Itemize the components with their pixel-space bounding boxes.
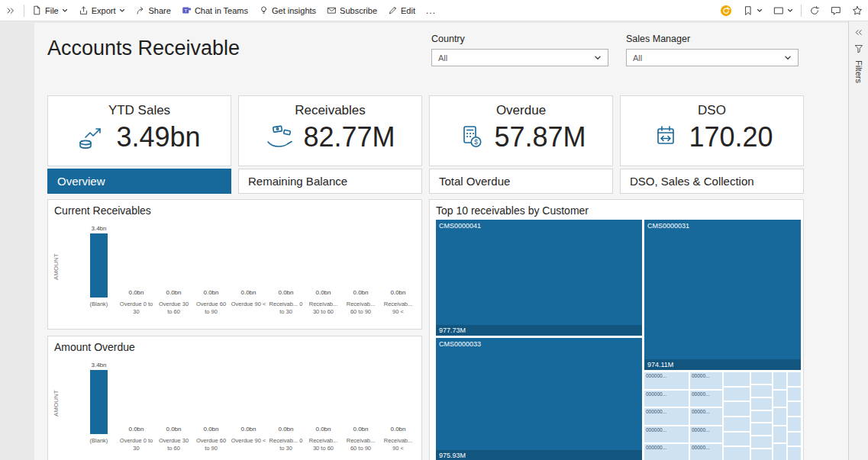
more-options-button[interactable]: ...: [421, 0, 441, 21]
treemap-block[interactable]: CMS0000031 974.11M: [644, 220, 801, 370]
treemap-cell[interactable]: [788, 417, 801, 431]
bar[interactable]: [90, 233, 108, 298]
kpi-value: 57.87M: [494, 121, 586, 153]
bar-group[interactable]: 3.4bn: [80, 221, 118, 298]
tab-overview[interactable]: Overview: [47, 169, 231, 194]
bar-group[interactable]: 0.0bn: [342, 221, 379, 298]
current-receivables-chart[interactable]: Current Receivables AMOUNT 3.4bn0.0bn0.0…: [47, 199, 422, 330]
treemap-cell[interactable]: [788, 372, 801, 386]
page-title: Accounts Receivable: [47, 37, 240, 60]
bar-group[interactable]: 0.0bn: [118, 358, 155, 434]
bar-group[interactable]: 0.0bn: [379, 221, 417, 298]
treemap-cell[interactable]: [724, 388, 750, 401]
treemap-area: CMS0000041 977.73M CMS0000031 974.11M CM…: [436, 220, 801, 460]
treemap-cell[interactable]: [773, 444, 786, 460]
kpi-card-ytd-sales[interactable]: YTD Sales 3.49bn: [47, 95, 231, 166]
amount-overdue-chart[interactable]: Amount Overdue AMOUNT 3.4bn0.0bn0.0bn0.0…: [47, 336, 422, 460]
toolbar-divider: [801, 5, 802, 17]
subscribe-button[interactable]: Subscribe: [321, 0, 382, 21]
treemap-cell[interactable]: [751, 449, 772, 460]
bar-group[interactable]: 0.0bn: [230, 221, 267, 298]
chat-in-teams-button[interactable]: T Chat in Teams: [176, 0, 253, 21]
star-icon: [852, 5, 863, 16]
favorite-button[interactable]: [847, 0, 868, 21]
treemap-cell[interactable]: [788, 402, 801, 416]
bar-group[interactable]: 0.0bn: [192, 358, 230, 434]
treemap-cell[interactable]: [751, 436, 772, 448]
bar-group[interactable]: 0.0bn: [267, 358, 305, 434]
bar-group[interactable]: 0.0bn: [192, 221, 230, 298]
treemap-cell[interactable]: [773, 372, 786, 389]
get-insights-button[interactable]: Get insights: [253, 0, 321, 21]
funnel-icon[interactable]: [854, 44, 863, 53]
bar-group[interactable]: 0.0bn: [267, 221, 305, 298]
treemap-cell[interactable]: 000000...: [644, 426, 689, 443]
treemap-cell[interactable]: [773, 426, 786, 443]
bar[interactable]: [90, 370, 108, 434]
tab-dso-sales-collection[interactable]: DSO, Sales & Collection: [620, 169, 804, 194]
treemap-cell[interactable]: 000000...: [644, 391, 689, 407]
updates-badge-button[interactable]: [715, 0, 737, 21]
bar-category-label: Overdue 90 <: [230, 301, 267, 320]
x-axis-labels: (Blank)Overdue 0 to 30Overdue 30 to 60Ov…: [80, 437, 417, 457]
treemap-cell[interactable]: 00000...: [690, 391, 722, 407]
country-dropdown[interactable]: All: [431, 49, 608, 66]
view-button[interactable]: [768, 0, 799, 21]
treemap-cell[interactable]: 00000...: [690, 408, 722, 425]
treemap-cell[interactable]: [751, 372, 772, 384]
bar-group[interactable]: 0.0bn: [155, 358, 192, 434]
chevron-down-icon: [757, 8, 763, 14]
bar-group[interactable]: 3.4bn: [80, 358, 118, 434]
share-button[interactable]: Share: [131, 0, 176, 21]
treemap-cell[interactable]: 00000...: [690, 372, 722, 389]
bar-group[interactable]: 0.0bn: [305, 358, 342, 434]
treemap-cell[interactable]: 00000...: [690, 444, 722, 460]
treemap-cell[interactable]: [788, 388, 801, 401]
kpi-card-overdue[interactable]: Overdue $ 57.87M: [429, 95, 613, 166]
treemap-cell[interactable]: [724, 402, 750, 416]
treemap-cell[interactable]: 000000...: [644, 408, 689, 425]
sales-manager-dropdown[interactable]: All: [626, 49, 799, 66]
edit-button[interactable]: Edit: [382, 0, 421, 21]
bar-value-label: 0.0bn: [203, 289, 218, 296]
expand-filters-button[interactable]: [853, 27, 863, 37]
bar-category-label: (Blank): [80, 301, 118, 320]
export-menu-button[interactable]: Export: [73, 0, 131, 21]
treemap-cell[interactable]: [724, 372, 750, 386]
treemap-cell[interactable]: [751, 411, 772, 423]
treemap-cell[interactable]: 000000...: [644, 444, 689, 460]
treemap-block[interactable]: CMS0000041 977.73M: [436, 220, 642, 336]
treemap-cell[interactable]: [724, 417, 750, 431]
comments-button[interactable]: [825, 0, 847, 21]
treemap-block[interactable]: CMS0000033 975.93M: [436, 338, 642, 460]
treemap-cell[interactable]: [788, 447, 801, 460]
bookmark-icon: [743, 5, 753, 16]
bar-group[interactable]: 0.0bn: [305, 221, 342, 298]
treemap-cell[interactable]: [724, 433, 750, 446]
file-menu-button[interactable]: File: [27, 0, 73, 21]
bar-group[interactable]: 0.0bn: [118, 221, 155, 298]
treemap-cell[interactable]: 000000...: [644, 372, 689, 389]
bar-group[interactable]: 0.0bn: [342, 358, 379, 434]
treemap-cell[interactable]: [773, 408, 786, 425]
treemap-cell[interactable]: [751, 423, 772, 435]
bar-category-label: Overdue 0 to 30: [118, 301, 155, 320]
bar-group[interactable]: 0.0bn: [230, 358, 267, 434]
treemap-cell[interactable]: 00000...: [690, 426, 722, 443]
treemap-cell[interactable]: [724, 447, 750, 460]
bar-group[interactable]: 0.0bn: [155, 221, 192, 298]
kpi-card-dso[interactable]: DSO 170.20: [620, 95, 804, 166]
treemap-cell[interactable]: [751, 398, 772, 410]
treemap-cell[interactable]: [773, 391, 786, 407]
kpi-card-receivables[interactable]: Receivables 82.77M: [238, 95, 422, 166]
tab-total-overdue[interactable]: Total Overdue: [429, 169, 613, 194]
expand-pages-pane-button[interactable]: [0, 0, 21, 21]
treemap-cell[interactable]: [788, 433, 801, 446]
bookmarks-button[interactable]: [737, 0, 768, 21]
refresh-button[interactable]: [804, 0, 825, 21]
bar-group[interactable]: 0.0bn: [379, 358, 417, 434]
calendar-arrows-icon: [650, 124, 681, 150]
treemap-cell[interactable]: [751, 385, 772, 397]
top-receivables-treemap[interactable]: Top 10 receivables by Customer CMS000004…: [429, 199, 804, 460]
tab-remaining-balance[interactable]: Remaining Balance: [238, 169, 422, 194]
